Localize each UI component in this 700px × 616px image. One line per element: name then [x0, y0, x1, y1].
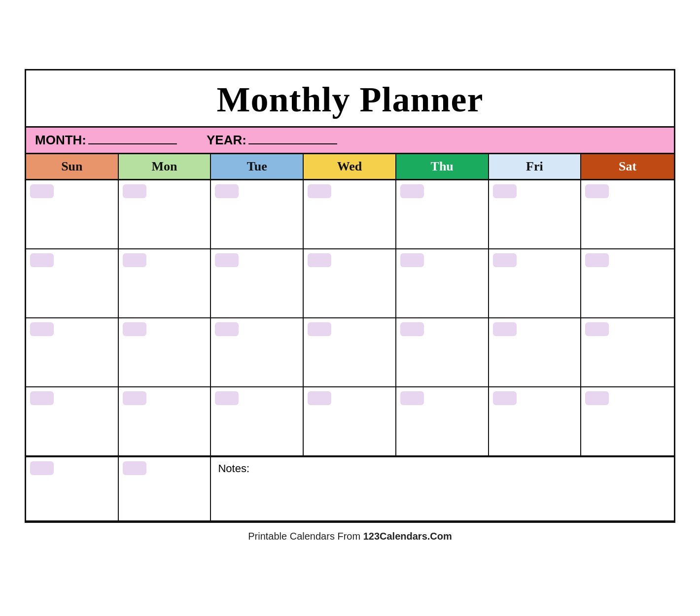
calendar-row-2	[26, 249, 674, 318]
planner-container: Monthly Planner MONTH: YEAR: Sun Mon Tue…	[25, 69, 675, 523]
header-sun: Sun	[26, 154, 119, 179]
date-badge	[493, 184, 517, 198]
cell-r4c2	[119, 387, 211, 456]
date-badge	[215, 322, 239, 336]
cell-r3c3	[211, 318, 304, 387]
cell-r1c3	[211, 180, 304, 249]
calendar-row-1	[26, 180, 674, 249]
cell-r1c1	[26, 180, 119, 249]
cell-r3c2	[119, 318, 211, 387]
date-badge	[493, 391, 517, 405]
cell-r4c3	[211, 387, 304, 456]
header-mon: Mon	[119, 154, 211, 179]
notes-label: Notes:	[218, 462, 249, 475]
header-fri: Fri	[489, 154, 582, 179]
cell-r3c5	[396, 318, 489, 387]
date-badge	[215, 391, 239, 405]
header-wed: Wed	[304, 154, 396, 179]
month-year-bar: MONTH: YEAR:	[26, 128, 674, 154]
footer-text: Printable Calendars From	[248, 531, 363, 542]
cell-r4c7	[581, 387, 674, 456]
cell-r1c5	[396, 180, 489, 249]
date-badge	[400, 322, 424, 336]
planner-title: Monthly Planner	[26, 70, 674, 128]
header-thu: Thu	[396, 154, 489, 179]
cell-r5c1	[26, 457, 119, 521]
cell-r1c2	[119, 180, 211, 249]
date-badge	[123, 322, 146, 336]
header-sat: Sat	[581, 154, 674, 179]
date-badge	[123, 184, 146, 198]
date-badge	[493, 322, 517, 336]
calendar-row-5-notes: Notes:	[26, 456, 674, 521]
cell-r3c7	[581, 318, 674, 387]
date-badge	[308, 184, 331, 198]
cell-r4c6	[489, 387, 582, 456]
year-label: YEAR:	[207, 133, 337, 148]
date-badge	[400, 391, 424, 405]
date-badge	[30, 461, 54, 475]
cell-r2c1	[26, 249, 119, 318]
header-tue: Tue	[211, 154, 304, 179]
notes-section: Notes:	[211, 457, 674, 521]
date-badge	[585, 253, 609, 267]
cell-r2c4	[304, 249, 396, 318]
date-badge	[30, 184, 54, 198]
cell-r1c7	[581, 180, 674, 249]
date-badge	[123, 391, 146, 405]
cell-r4c5	[396, 387, 489, 456]
date-badge	[308, 391, 331, 405]
cell-r2c6	[489, 249, 582, 318]
day-headers: Sun Mon Tue Wed Thu Fri Sat	[26, 154, 674, 180]
date-badge	[30, 322, 54, 336]
date-badge	[215, 253, 239, 267]
cell-r3c6	[489, 318, 582, 387]
calendar-row-4	[26, 387, 674, 456]
date-badge	[30, 391, 54, 405]
date-badge	[123, 461, 146, 475]
date-badge	[585, 322, 609, 336]
date-badge	[585, 184, 609, 198]
date-badge	[308, 253, 331, 267]
date-badge	[30, 253, 54, 267]
date-badge	[585, 391, 609, 405]
cell-r2c5	[396, 249, 489, 318]
month-label: MONTH:	[35, 133, 177, 148]
cell-r1c6	[489, 180, 582, 249]
date-badge	[123, 253, 146, 267]
cell-r2c2	[119, 249, 211, 318]
cell-r2c7	[581, 249, 674, 318]
date-badge	[215, 184, 239, 198]
cell-r5c2	[119, 457, 211, 521]
cell-r3c1	[26, 318, 119, 387]
date-badge	[308, 322, 331, 336]
footer: Printable Calendars From 123Calendars.Co…	[248, 523, 452, 547]
date-badge	[493, 253, 517, 267]
date-badge	[400, 253, 424, 267]
date-badge	[400, 184, 424, 198]
cell-r3c4	[304, 318, 396, 387]
cell-r4c1	[26, 387, 119, 456]
footer-brand: 123Calendars.Com	[363, 531, 452, 542]
cell-r4c4	[304, 387, 396, 456]
cell-r1c4	[304, 180, 396, 249]
cell-r2c3	[211, 249, 304, 318]
calendar-row-3	[26, 318, 674, 387]
